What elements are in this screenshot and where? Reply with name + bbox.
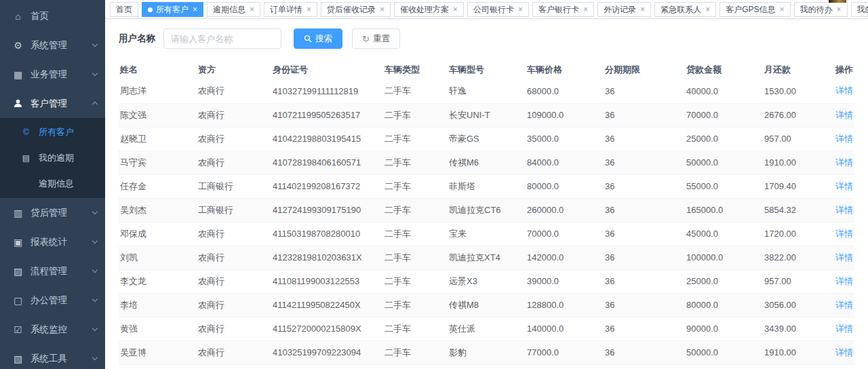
table-cell: 40000.0 bbox=[685, 79, 763, 103]
tab[interactable]: 订单详情 × bbox=[264, 2, 317, 17]
table-cell: 二手车 bbox=[383, 341, 448, 364]
chevron-down-icon bbox=[92, 209, 98, 214]
sidebar-item[interactable]: ▤ 我的逾期 bbox=[0, 145, 105, 171]
sidebar-item-label: 办公管理 bbox=[31, 294, 67, 307]
close-icon[interactable]: × bbox=[583, 5, 588, 14]
close-icon[interactable]: × bbox=[453, 5, 458, 14]
search-button[interactable]: 搜索 bbox=[294, 28, 342, 49]
detail-link[interactable]: 详情 bbox=[835, 134, 853, 144]
table-cell: 109000.0 bbox=[526, 103, 604, 127]
sidebar-item[interactable]: © 所有客户 bbox=[0, 119, 105, 145]
close-icon[interactable]: × bbox=[518, 5, 523, 14]
detail-link[interactable]: 详情 bbox=[835, 347, 853, 357]
close-icon[interactable]: × bbox=[705, 5, 710, 14]
close-icon[interactable]: × bbox=[837, 5, 842, 14]
action-cell: 详情 bbox=[827, 293, 854, 317]
sidebar-item[interactable]: ▣ 报表统计 bbox=[0, 227, 105, 256]
detail-link[interactable]: 详情 bbox=[835, 229, 853, 239]
tab[interactable]: 外访记录 × bbox=[597, 2, 651, 17]
tab[interactable]: 贷后催收记录 × bbox=[321, 2, 391, 17]
tab-label: 逾期信息 bbox=[213, 4, 245, 16]
close-icon[interactable]: × bbox=[250, 5, 254, 14]
table-cell: 410422198803195415 bbox=[271, 127, 383, 151]
tab[interactable]: 公司银行卡 × bbox=[467, 2, 529, 17]
tab[interactable]: 紧急联系人 × bbox=[654, 2, 716, 17]
table-cell bbox=[271, 364, 383, 369]
detail-link[interactable]: 详情 bbox=[835, 205, 853, 215]
detail-link[interactable]: 详情 bbox=[835, 110, 853, 120]
table-cell: 84000.0 bbox=[526, 151, 604, 174]
table-cell: 农商行 bbox=[197, 222, 271, 246]
action-cell: 详情 bbox=[827, 174, 854, 198]
table-cell: 1910.00 bbox=[763, 151, 827, 174]
table-cell: 农商行 bbox=[197, 246, 271, 269]
sidebar-item[interactable]: ⚙ 系统管理 bbox=[0, 31, 105, 60]
tab[interactable]: 客户银行卡 × bbox=[532, 2, 594, 17]
table-row: 吴刘杰工商银行412724199309175190二手车凯迪拉克CT626000… bbox=[119, 198, 854, 222]
detail-link[interactable]: 详情 bbox=[835, 85, 853, 96]
detail-link[interactable]: 详情 bbox=[835, 300, 853, 310]
tab[interactable]: 我的流程 × bbox=[851, 2, 868, 17]
close-icon[interactable]: × bbox=[307, 5, 311, 14]
table-cell: 工商银行 bbox=[197, 174, 271, 198]
detail-link[interactable]: 详情 bbox=[835, 157, 853, 168]
user-icon bbox=[12, 99, 24, 108]
detail-link[interactable]: 详情 bbox=[835, 324, 853, 334]
column-header: 车辆价格 bbox=[526, 60, 604, 79]
table-cell: 农商行 bbox=[197, 151, 271, 174]
table-cell: 410728198406160571 bbox=[271, 151, 383, 174]
table-cell: 55000.0 bbox=[685, 174, 763, 198]
table-cell bbox=[604, 364, 685, 369]
tab[interactable]: 客户GPS信息 × bbox=[719, 2, 790, 17]
sidebar-item-label: 所有客户 bbox=[39, 126, 74, 138]
table-cell: 菲斯塔 bbox=[448, 174, 526, 198]
sidebar-item[interactable]: ▢ 办公管理 bbox=[0, 286, 105, 315]
table-cell: 36 bbox=[604, 198, 685, 222]
active-dot bbox=[148, 7, 153, 12]
detail-link[interactable]: 详情 bbox=[835, 276, 853, 286]
table-cell: 70000.0 bbox=[685, 103, 763, 127]
sidebar-item-label: 我的逾期 bbox=[39, 152, 74, 164]
table-cell: 68000.0 bbox=[526, 79, 604, 103]
table-cell: 411081199003122553 bbox=[271, 269, 383, 293]
tools-icon: ▧ bbox=[12, 353, 24, 364]
table-row: 赵晓卫农商行410422198803195415二手车帝豪GS35000.036… bbox=[119, 127, 854, 151]
card-icon: ▤ bbox=[20, 153, 32, 163]
sidebar-item[interactable]: 逾期信息 bbox=[0, 171, 105, 197]
tab[interactable]: 催收处理方案 × bbox=[394, 2, 464, 17]
close-icon[interactable]: × bbox=[193, 5, 197, 14]
sidebar-item[interactable]: ☑ 系统监控 bbox=[0, 315, 105, 344]
table-cell: 赵晓卫 bbox=[119, 127, 197, 151]
sidebar-item[interactable]: ⌂ 首页 bbox=[0, 1, 105, 31]
table-cell: 李文龙 bbox=[119, 269, 197, 293]
table-cell: 王亚飞 bbox=[119, 364, 197, 369]
table-cell: 李培 bbox=[119, 293, 197, 317]
close-icon[interactable]: × bbox=[380, 5, 384, 14]
table-cell: 36 bbox=[604, 127, 685, 151]
table-cell: 飞度 bbox=[448, 364, 526, 369]
table-cell: 36 bbox=[604, 341, 685, 364]
sidebar-item[interactable]: ▧ 系统工具 bbox=[0, 344, 105, 369]
customer-name-input[interactable] bbox=[163, 28, 281, 49]
sidebar-item[interactable]: 客户管理 bbox=[0, 89, 105, 118]
tab[interactable]: 我的待办 × bbox=[794, 2, 848, 17]
reset-button[interactable]: ↻ 重置 bbox=[352, 28, 400, 49]
refresh-icon: ↻ bbox=[362, 35, 370, 43]
table-cell: 1530.00 bbox=[763, 79, 827, 103]
detail-link[interactable]: 详情 bbox=[835, 181, 853, 191]
tab-label: 催收处理方案 bbox=[400, 4, 449, 16]
table-cell: 957.00 bbox=[763, 127, 827, 151]
tab[interactable]: 首页 bbox=[110, 2, 138, 17]
detail-link[interactable]: 详情 bbox=[835, 252, 853, 263]
close-icon[interactable]: × bbox=[640, 5, 645, 14]
sidebar-item[interactable]: ▨ 流程管理 bbox=[0, 256, 105, 286]
action-cell: 详情 bbox=[827, 198, 854, 222]
tab[interactable]: 逾期信息 × bbox=[207, 2, 260, 17]
table-cell: 二手车 bbox=[383, 246, 448, 269]
close-icon[interactable]: × bbox=[779, 5, 784, 14]
table-cell: 周志洋 bbox=[119, 79, 197, 103]
sidebar-item[interactable]: ▥ 贷后管理 bbox=[0, 198, 105, 227]
tab[interactable]: 所有客户 × bbox=[142, 2, 203, 17]
sidebar-item[interactable]: ▦ 业务管理 bbox=[0, 60, 105, 89]
table-cell: 50000.0 bbox=[685, 341, 763, 364]
